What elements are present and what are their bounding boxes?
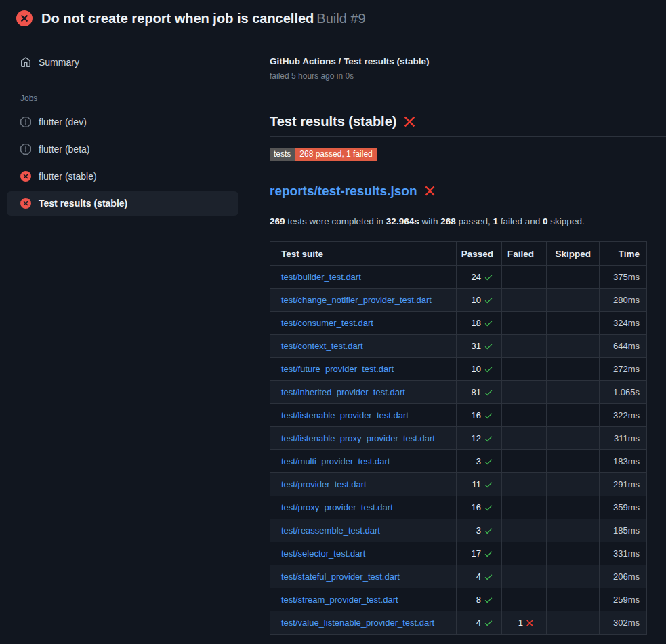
passed-cell: 11 bbox=[457, 473, 502, 496]
test-suite-link[interactable]: test/selector_test.dart bbox=[281, 548, 365, 559]
check-icon bbox=[484, 618, 493, 628]
tests-badge-value: 268 passed, 1 failed bbox=[295, 148, 377, 161]
check-icon bbox=[484, 434, 493, 443]
test-suite-link[interactable]: test/consumer_test.dart bbox=[281, 318, 373, 328]
test-suite-link[interactable]: test/inherited_provider_test.dart bbox=[281, 387, 405, 397]
passed-count: 268 bbox=[440, 216, 456, 226]
table-row: test/builder_test.dart24375ms bbox=[270, 266, 647, 289]
check-icon bbox=[484, 572, 493, 582]
check-icon bbox=[484, 273, 493, 282]
check-run-title: Test results (stable) bbox=[270, 112, 666, 137]
failed-cell bbox=[502, 496, 547, 519]
passed-cell: 10 bbox=[457, 358, 502, 381]
skipped-cell bbox=[547, 381, 600, 404]
sidebar-item-flutter-stable[interactable]: flutter (stable) bbox=[7, 164, 238, 188]
table-row: test/listenable_provider_test.dart16322m… bbox=[270, 404, 647, 427]
build-number: Build #9 bbox=[316, 11, 365, 26]
failed-cell bbox=[502, 588, 547, 611]
passed-cell: 4 bbox=[457, 611, 502, 635]
column-header: Test suite bbox=[270, 242, 457, 266]
failed-cell bbox=[502, 289, 547, 312]
passed-cell: 8 bbox=[457, 588, 502, 611]
report-file-link[interactable]: reports/test-results.json bbox=[270, 184, 417, 198]
table-row: test/change_notifier_provider_test.dart1… bbox=[270, 289, 647, 312]
check-run-title-text: Test results (stable) bbox=[270, 114, 396, 129]
passed-cell: 3 bbox=[457, 450, 502, 473]
check-icon bbox=[484, 526, 493, 536]
skipped-cell bbox=[547, 312, 600, 335]
failed-cell bbox=[502, 473, 547, 496]
test-suite-link[interactable]: test/future_provider_test.dart bbox=[281, 364, 394, 374]
sidebar-item-summary[interactable]: Summary bbox=[7, 50, 238, 75]
time-cell: 644ms bbox=[600, 335, 647, 358]
sidebar-item-flutter-dev[interactable]: flutter (dev) bbox=[7, 110, 238, 134]
time-cell: 302ms bbox=[600, 611, 647, 635]
table-row: test/proxy_provider_test.dart16359ms bbox=[270, 496, 647, 519]
test-suite-link[interactable]: test/listenable_proxy_provider_test.dart bbox=[281, 433, 435, 443]
tests-badge-label: tests bbox=[270, 148, 295, 161]
failed-cell bbox=[502, 565, 547, 588]
check-icon bbox=[484, 503, 493, 512]
sidebar-summary-label: Summary bbox=[39, 57, 79, 68]
job-label: flutter (stable) bbox=[39, 171, 97, 182]
table-row: test/inherited_provider_test.dart811.065… bbox=[270, 381, 647, 404]
job-label: Test results (stable) bbox=[39, 198, 127, 209]
test-suite-link[interactable]: test/stateful_provider_test.dart bbox=[281, 571, 400, 582]
time-cell: 259ms bbox=[600, 588, 647, 611]
check-icon bbox=[484, 480, 493, 489]
test-suite-link[interactable]: test/builder_test.dart bbox=[281, 272, 361, 282]
suite-cell: test/reassemble_test.dart bbox=[270, 519, 457, 542]
test-suite-link[interactable]: test/listenable_provider_test.dart bbox=[281, 410, 409, 420]
suite-cell: test/future_provider_test.dart bbox=[270, 358, 457, 381]
failed-cell bbox=[502, 358, 547, 381]
breadcrumb: GitHub Actions / Test results (stable) bbox=[270, 56, 666, 68]
sidebar-item-flutter-beta[interactable]: flutter (beta) bbox=[7, 137, 238, 161]
skipped-cell bbox=[547, 427, 600, 450]
time-cell: 272ms bbox=[600, 358, 647, 381]
column-header: Passed bbox=[457, 242, 502, 266]
test-suite-link[interactable]: test/stream_provider_test.dart bbox=[281, 595, 398, 605]
skipped-cell bbox=[547, 266, 600, 289]
suite-cell: test/listenable_proxy_provider_test.dart bbox=[270, 427, 457, 450]
sidebar-item-test-results-stable[interactable]: Test results (stable) bbox=[7, 191, 238, 216]
failed-x-icon bbox=[403, 115, 416, 128]
failed-cell bbox=[502, 519, 547, 542]
skipped-cell bbox=[547, 335, 600, 358]
test-suite-link[interactable]: test/proxy_provider_test.dart bbox=[281, 502, 393, 512]
skipped-cell bbox=[547, 450, 600, 473]
run-status-line: failed 5 hours ago in 0s bbox=[270, 71, 666, 81]
jobs-section-label: Jobs bbox=[20, 94, 238, 103]
skipped-cell bbox=[547, 611, 600, 635]
tests-badge: tests 268 passed, 1 failed bbox=[270, 148, 377, 161]
skipped-cell bbox=[547, 358, 600, 381]
check-icon bbox=[484, 342, 493, 351]
check-icon bbox=[484, 296, 493, 305]
skipped-cell bbox=[547, 496, 600, 519]
results-table: Test suitePassedFailedSkippedTime test/b… bbox=[270, 241, 647, 635]
test-suite-link[interactable]: test/multi_provider_test.dart bbox=[281, 456, 390, 466]
failed-circle-icon bbox=[20, 171, 31, 182]
time-cell: 280ms bbox=[600, 289, 647, 312]
divider bbox=[270, 98, 666, 98]
cancelled-icon bbox=[20, 144, 31, 155]
table-row: test/value_listenable_provider_test.dart… bbox=[270, 611, 647, 635]
failed-x-icon bbox=[424, 185, 436, 197]
sidebar: Summary Jobs flutter (dev) flutter (beta… bbox=[7, 50, 238, 218]
summary-line: 269 tests were completed in 32.964s with… bbox=[270, 216, 666, 228]
job-label: flutter (beta) bbox=[39, 144, 89, 155]
test-suite-link[interactable]: test/reassemble_test.dart bbox=[281, 525, 380, 536]
test-suite-link[interactable]: test/provider_test.dart bbox=[281, 479, 367, 489]
test-suite-link[interactable]: test/context_test.dart bbox=[281, 341, 363, 351]
time-cell: 291ms bbox=[600, 473, 647, 496]
check-icon bbox=[484, 388, 493, 397]
check-icon bbox=[484, 365, 493, 374]
suite-cell: test/provider_test.dart bbox=[270, 473, 457, 496]
column-header: Skipped bbox=[547, 242, 600, 266]
cancelled-icon bbox=[20, 117, 31, 127]
test-suite-link[interactable]: test/change_notifier_provider_test.dart bbox=[281, 295, 432, 305]
check-icon bbox=[484, 457, 493, 466]
failed-cell bbox=[502, 404, 547, 427]
passed-cell: 12 bbox=[457, 427, 502, 450]
jobs-list: flutter (dev) flutter (beta) flutter (st… bbox=[7, 110, 238, 216]
test-suite-link[interactable]: test/value_listenable_provider_test.dart bbox=[281, 618, 434, 628]
